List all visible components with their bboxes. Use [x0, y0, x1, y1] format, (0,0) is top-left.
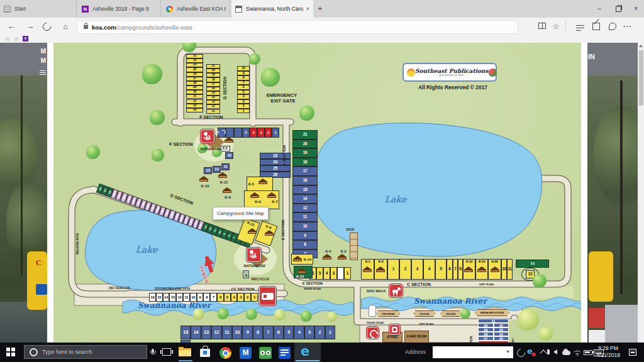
taskbar-explorer-icon[interactable]	[177, 344, 194, 361]
logo-title: Southeast Publications	[415, 68, 489, 74]
microphone-icon[interactable]	[152, 349, 154, 353]
tab-swannanoa-north-caro[interactable]: Swannanoa, North Caro×	[231, 0, 313, 18]
right-white-block	[589, 330, 605, 343]
map-label: DOG WALK	[367, 290, 386, 293]
edge-tray-icon[interactable]: e	[527, 346, 533, 356]
site-3: 3	[411, 259, 423, 280]
tree-trunk	[620, 80, 623, 294]
site-2: 2	[237, 104, 250, 109]
cabin-icon	[223, 187, 231, 194]
site-15: 15	[292, 185, 318, 195]
hub-icon[interactable]	[576, 25, 584, 26]
taskbar-search-box[interactable]: Type here to search	[24, 345, 147, 359]
tab-start[interactable]: Start	[0, 0, 77, 18]
taskbar-edge-icon[interactable]: e	[299, 344, 316, 361]
reading-view-icon[interactable]	[538, 23, 546, 29]
taskbar-store-icon[interactable]	[197, 344, 214, 361]
site-34: 34	[186, 108, 203, 112]
onedrive-cloud-icon[interactable]	[562, 351, 570, 355]
favorite-item-star-2[interactable]: ☆	[14, 35, 19, 43]
more-options-button[interactable]: ···	[621, 18, 634, 35]
battery-icon[interactable]	[584, 350, 592, 355]
map-label: K-15	[296, 275, 304, 279]
minimize-button[interactable]: –	[590, 0, 609, 18]
site-7: 7	[210, 293, 217, 302]
map-image[interactable]: Southeast Publications A DIVISION OF SEP…	[53, 43, 581, 343]
phone-icon	[367, 327, 379, 339]
cabin-icon	[376, 266, 385, 273]
map-label: Swannanoa River	[414, 297, 487, 305]
restore-icon	[616, 6, 621, 12]
site-4: 4	[323, 267, 330, 280]
cabin-icon	[338, 254, 347, 260]
favorite-item-y-icon[interactable]: Y	[23, 36, 28, 41]
site-27: 27	[478, 336, 494, 341]
back-button[interactable]: ←	[5, 18, 18, 35]
site-7: 7	[453, 259, 458, 280]
site-22: 22	[186, 54, 203, 58]
menu-letter: M	[41, 48, 46, 55]
taskbar-weather-icon[interactable]	[277, 344, 293, 361]
site-9: 9	[237, 71, 250, 76]
site-6: 6	[274, 326, 284, 339]
b-section-table: 313032293328342735	[478, 319, 509, 343]
screen: StartNAsheville 2018 - Page 8Asheville E…	[0, 0, 644, 362]
site-1: 1	[325, 326, 335, 339]
site-5: 5	[224, 293, 231, 302]
tab-label: Asheville 2018 - Page 8	[92, 6, 157, 12]
forward-button[interactable]: →	[24, 18, 36, 35]
tab-asheville-east-koa-holiday[interactable]: Asheville East KOA Holiday	[162, 0, 230, 18]
start-button[interactable]	[6, 348, 15, 356]
tree	[539, 327, 553, 341]
map-label: JOGGING/WALKING PATH	[155, 288, 190, 291]
site-5: 5	[316, 267, 323, 280]
wifi-icon[interactable]	[574, 351, 581, 355]
action-center-icon[interactable]	[629, 349, 636, 356]
tray-chevron-icon[interactable]	[540, 349, 547, 356]
scrollbar-thumb[interactable]	[639, 50, 643, 106]
right-promo-card[interactable]	[589, 251, 613, 302]
site-1: 1	[344, 267, 351, 280]
taskbar-clock[interactable]: 9:29 PM 4/21/2018	[594, 345, 623, 359]
volume-icon[interactable]	[553, 349, 557, 354]
web-note-icon[interactable]	[592, 23, 600, 30]
tab-asheville-2018-page-8[interactable]: NAsheville 2018 - Page 8	[78, 0, 161, 18]
menu-letter: M	[41, 57, 46, 64]
tab-label: Asheville East KOA Holiday	[177, 6, 226, 12]
home-button[interactable]: ⌂	[59, 18, 72, 35]
cabin-icon	[218, 172, 227, 178]
left-promo-card[interactable]: C	[27, 251, 47, 310]
map-label: DIRT ROAD	[479, 283, 494, 286]
menu-icon[interactable]	[40, 70, 46, 71]
logo-division: A DIVISION OF SEPI	[415, 74, 489, 77]
map-label: F SECTION	[199, 115, 223, 119]
favorite-star-button[interactable]: ☆	[550, 18, 562, 35]
refresh-button[interactable]	[41, 21, 52, 32]
new-tab-button[interactable]: +	[318, 4, 323, 13]
share-icon[interactable]	[609, 23, 616, 30]
toolbar-divider	[565, 21, 566, 32]
favorite-item-star[interactable]: ☆	[5, 35, 10, 43]
site-34: 34	[494, 332, 509, 336]
building-game-room: GAME ROOM	[404, 331, 429, 343]
address-refresh-icon[interactable]	[515, 347, 526, 358]
taskbar-m-icon[interactable]: M	[238, 344, 254, 361]
tab-close-icon[interactable]: ×	[306, 6, 309, 12]
header-text: IN	[588, 53, 595, 60]
taskbar-tripadvisor-icon[interactable]	[257, 344, 274, 361]
close-button[interactable]: ×	[626, 0, 644, 18]
site-9: 9	[292, 231, 318, 241]
notification-badge	[532, 353, 536, 356]
scroll-up-arrow[interactable]	[639, 45, 643, 47]
address-bar[interactable]: koa.com /campgrounds/asheville-east	[77, 20, 518, 34]
address-toolbar-input[interactable]	[433, 346, 513, 358]
task-view-button[interactable]	[162, 348, 171, 356]
map-label: CC SECTION	[231, 287, 254, 291]
scrollbar[interactable]	[638, 43, 644, 343]
restore-button[interactable]	[609, 0, 628, 18]
promo-button[interactable]	[36, 284, 47, 295]
taskbar-chrome-icon[interactable]	[218, 344, 234, 361]
site-8: 8	[253, 326, 263, 339]
address-dropdown-icon[interactable]: ▼	[506, 349, 510, 354]
site-12: 12	[211, 326, 221, 339]
